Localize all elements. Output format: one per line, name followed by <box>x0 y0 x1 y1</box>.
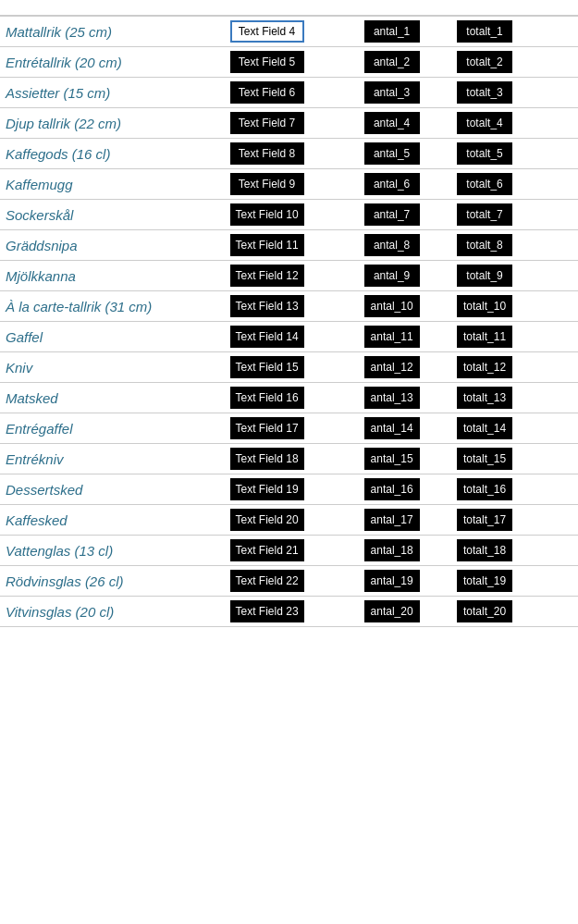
extra-cell <box>547 352 578 383</box>
pris-field-cell: Text Field 6 <box>228 78 362 108</box>
artikel-cell: À la carte-tallrik (31 cm) <box>0 291 228 322</box>
totalt-text-field[interactable]: totalt_20 <box>457 600 512 622</box>
totalt-text-field[interactable]: totalt_18 <box>457 539 512 561</box>
pris-text-field[interactable]: Text Field 7 <box>230 112 304 134</box>
table-row: Vattenglas (13 cl)Text Field 21antal_18t… <box>0 536 578 566</box>
pris-text-field[interactable]: Text Field 13 <box>230 295 304 317</box>
pris-field-cell: Text Field 13 <box>228 291 362 322</box>
artikel-cell: Entrégaffel <box>0 413 228 444</box>
extra-cell <box>547 505 578 536</box>
pris-field-cell: Text Field 8 <box>228 139 362 169</box>
pris-text-field[interactable]: Text Field 10 <box>230 203 304 226</box>
antal-text-field[interactable]: antal_5 <box>364 142 420 165</box>
pris-text-field[interactable]: Text Field 22 <box>230 570 304 592</box>
totalt-text-field[interactable]: totalt_8 <box>457 234 512 256</box>
totalt-text-field[interactable]: totalt_7 <box>457 203 512 226</box>
pris-text-field[interactable]: Text Field 9 <box>230 173 304 195</box>
antal-text-field[interactable]: antal_18 <box>364 539 420 561</box>
totalt-text-field[interactable]: totalt_5 <box>457 142 512 165</box>
pris-field-cell: Text Field 22 <box>228 566 362 597</box>
totalt-text-field[interactable]: totalt_14 <box>457 417 512 439</box>
pris-text-field[interactable]: Text Field 15 <box>230 356 304 378</box>
totalt-text-field[interactable]: totalt_9 <box>457 265 512 287</box>
extra-cell <box>547 47 578 78</box>
pris-text-field[interactable]: Text Field 5 <box>230 51 304 73</box>
totalt-text-field[interactable]: totalt_3 <box>457 81 512 104</box>
totalt-text-field[interactable]: totalt_10 <box>457 295 512 317</box>
table-row: À la carte-tallrik (31 cm)Text Field 13a… <box>0 291 578 322</box>
table-row: KaffeskedText Field 20antal_17totalt_17 <box>0 505 578 536</box>
pris-text-field[interactable]: Text Field 8 <box>230 142 304 165</box>
antal-text-field[interactable]: antal_4 <box>364 112 420 134</box>
totalt-field-cell: totalt_3 <box>454 78 547 108</box>
pris-text-field[interactable]: Text Field 19 <box>230 478 304 500</box>
pris-text-field[interactable]: Text Field 14 <box>230 326 304 348</box>
totalt-text-field[interactable]: totalt_2 <box>457 51 512 73</box>
table-row: GaffelText Field 14antal_11totalt_11 <box>0 322 578 352</box>
totalt-text-field[interactable]: totalt_4 <box>457 112 512 134</box>
antal-text-field[interactable]: antal_14 <box>364 417 420 439</box>
artikel-cell: Kaffemugg <box>0 169 228 200</box>
antal-text-field[interactable]: antal_17 <box>364 509 420 531</box>
table-row: Mattallrik (25 cm)Text Field 4antal_1tot… <box>0 16 578 47</box>
antal-text-field[interactable]: antal_3 <box>364 81 420 104</box>
antal-text-field[interactable]: antal_10 <box>364 295 420 317</box>
totalt-text-field[interactable]: totalt_1 <box>457 20 512 43</box>
artikel-cell: Entrétallrik (20 cm) <box>0 47 228 78</box>
totalt-field-cell: totalt_20 <box>454 597 547 627</box>
artikel-cell: Sockerskål <box>0 200 228 230</box>
antal-text-field[interactable]: antal_15 <box>364 448 420 470</box>
pris-text-field[interactable]: Text Field 16 <box>230 387 304 409</box>
antal-text-field[interactable]: antal_20 <box>364 600 420 622</box>
totalt-text-field[interactable]: totalt_11 <box>457 326 512 348</box>
pris-text-field[interactable]: Text Field 4 <box>230 20 304 43</box>
pris-text-field[interactable]: Text Field 6 <box>230 81 304 104</box>
antal-text-field[interactable]: antal_6 <box>364 173 420 195</box>
antal-text-field[interactable]: antal_16 <box>364 478 420 500</box>
totalt-field-cell: totalt_19 <box>454 566 547 597</box>
artikel-cell: Matsked <box>0 383 228 413</box>
pris-field-cell: Text Field 20 <box>228 505 362 536</box>
extra-cell <box>547 536 578 566</box>
table-row: Kaffegods (16 cl)Text Field 8antal_5tota… <box>0 139 578 169</box>
pris-field-cell: Text Field 21 <box>228 536 362 566</box>
totalt-text-field[interactable]: totalt_15 <box>457 448 512 470</box>
extra-cell <box>547 413 578 444</box>
pris-text-field[interactable]: Text Field 11 <box>230 234 304 256</box>
antal-text-field[interactable]: antal_9 <box>364 265 420 287</box>
antal-text-field[interactable]: antal_1 <box>364 20 420 43</box>
totalt-text-field[interactable]: totalt_16 <box>457 478 512 500</box>
pris-text-field[interactable]: Text Field 17 <box>230 417 304 439</box>
table-row: Rödvinsglas (26 cl)Text Field 22antal_19… <box>0 566 578 597</box>
totalt-text-field[interactable]: totalt_17 <box>457 509 512 531</box>
totalt-text-field[interactable]: totalt_13 <box>457 387 512 409</box>
antal-text-field[interactable]: antal_12 <box>364 356 420 378</box>
totalt-field-cell: totalt_18 <box>454 536 547 566</box>
antal-text-field[interactable]: antal_7 <box>364 203 420 226</box>
artikel-cell: Kniv <box>0 352 228 383</box>
artikel-cell: Gaffel <box>0 322 228 352</box>
antal-field-cell: antal_5 <box>362 139 454 169</box>
antal-text-field[interactable]: antal_2 <box>364 51 420 73</box>
table-row: EntrégaffelText Field 17antal_14totalt_1… <box>0 413 578 444</box>
antal-field-cell: antal_11 <box>362 322 454 352</box>
extra-cell <box>547 444 578 474</box>
antal-text-field[interactable]: antal_11 <box>364 326 420 348</box>
pris-text-field[interactable]: Text Field 21 <box>230 539 304 561</box>
totalt-text-field[interactable]: totalt_19 <box>457 570 512 592</box>
totalt-text-field[interactable]: totalt_6 <box>457 173 512 195</box>
antal-text-field[interactable]: antal_13 <box>364 387 420 409</box>
pris-field-cell: Text Field 9 <box>228 169 362 200</box>
pris-text-field[interactable]: Text Field 20 <box>230 509 304 531</box>
artikel-cell: Kaffegods (16 cl) <box>0 139 228 169</box>
antal-text-field[interactable]: antal_19 <box>364 570 420 592</box>
antal-text-field[interactable]: antal_8 <box>364 234 420 256</box>
pris-text-field[interactable]: Text Field 23 <box>230 600 304 622</box>
pris-text-field[interactable]: Text Field 18 <box>230 448 304 470</box>
totalt-field-cell: totalt_16 <box>454 474 547 505</box>
pris-text-field[interactable]: Text Field 12 <box>230 265 304 287</box>
totalt-text-field[interactable]: totalt_12 <box>457 356 512 378</box>
table-row: MjölkkannaText Field 12antal_9totalt_9 <box>0 261 578 291</box>
totalt-field-cell: totalt_17 <box>454 505 547 536</box>
pris-field-cell: Text Field 19 <box>228 474 362 505</box>
